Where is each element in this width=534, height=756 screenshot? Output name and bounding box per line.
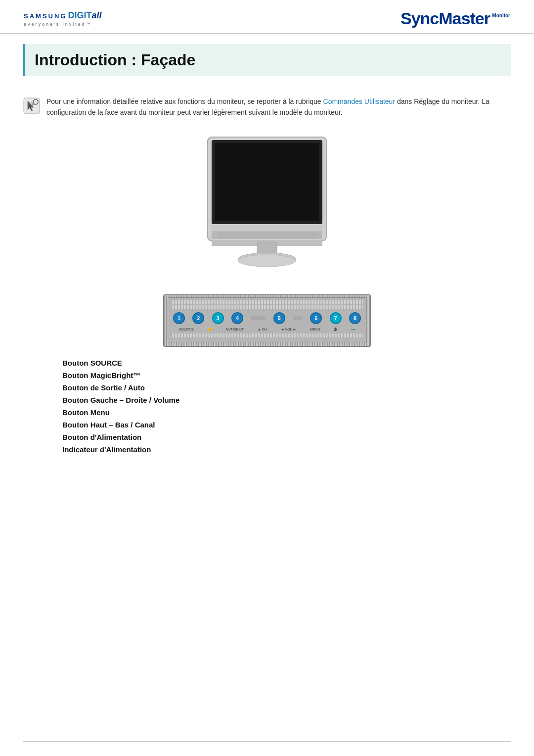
- syncmaster-text: SyncMaster: [400, 9, 490, 28]
- svg-rect-9: [212, 231, 322, 239]
- list-item-6: Bouton Haut – Bas / Canal: [62, 421, 511, 429]
- btn-5: 5: [273, 312, 285, 324]
- samsung-text: SAMSUNG: [24, 12, 67, 20]
- svg-point-17: [238, 255, 296, 267]
- btn-6: 6: [310, 312, 322, 324]
- title-section: Introduction : Façade: [23, 44, 511, 76]
- label-row: SOURCE 🌞 AUTO/EXIT ▲ CH ◄ VOL ► MENU ⏻ ━…: [171, 327, 363, 331]
- btn-8: 8: [349, 312, 361, 324]
- monitor-svg: SyncMaster: [188, 132, 346, 285]
- notice-block: ✎ Pour une information détaillée relativ…: [23, 96, 511, 118]
- label-4: ▲ CH: [258, 328, 267, 331]
- digitall-text: DIGITall: [68, 10, 101, 21]
- syncmaster-logo: SyncMaster Monitor: [400, 9, 510, 28]
- label-5: ◄ VOL ►: [281, 328, 297, 331]
- label-8: ━━: [351, 328, 355, 331]
- btn-1: 1: [173, 312, 185, 324]
- btn-2: 2: [192, 312, 204, 324]
- commandes-link[interactable]: Commandes Utilisateur: [323, 97, 396, 105]
- texture-strip-2: [171, 305, 363, 309]
- notice-icon: ✎: [23, 97, 41, 115]
- strip-spacer: [251, 316, 266, 320]
- button-group-4: 4: [231, 312, 243, 324]
- samsung-logo: SAMSUNG DIGITall everyone's invited™: [24, 10, 101, 27]
- list-item-7: Bouton d'Alimentation: [62, 433, 511, 441]
- list-item-5: Bouton Menu: [62, 408, 511, 417]
- label-6: MENU: [310, 328, 320, 331]
- svg-text:✎: ✎: [30, 101, 34, 105]
- strip-inner: 1 2 3 4: [168, 297, 366, 342]
- monitor-image-area: SyncMaster: [23, 132, 511, 285]
- texture-strip-3: [171, 333, 363, 337]
- content-area: ✎ Pour une information détaillée relativ…: [0, 76, 534, 477]
- button-group-1: 1: [173, 312, 185, 324]
- list-item-1: Bouton SOURCE: [62, 359, 511, 367]
- list-item-8: Indicateur d'Alimentation: [62, 445, 511, 454]
- svg-rect-6: [215, 143, 319, 221]
- strip-spacer-2: [293, 316, 303, 320]
- button-group-7: 7: [330, 312, 342, 324]
- button-group-3: 3: [212, 312, 224, 324]
- list-item-2: Bouton MagicBright™: [62, 371, 511, 379]
- syncmaster-sub: Monitor: [492, 13, 510, 18]
- btn-3: 3: [212, 312, 224, 324]
- notice-paragraph: Pour une information détaillée relative …: [46, 96, 511, 118]
- button-group-2: 2: [192, 312, 204, 324]
- label-1: SOURCE: [179, 328, 194, 331]
- items-list: Bouton SOURCE Bouton MagicBright™ Bouton…: [62, 359, 511, 454]
- label-3: AUTO/EXIT: [225, 328, 244, 331]
- btn-7: 7: [330, 312, 342, 324]
- button-strip: 1 2 3 4: [163, 294, 371, 347]
- list-item-4: Bouton Gauche – Droite / Volume: [62, 396, 511, 404]
- button-strip-area: 1 2 3 4: [23, 294, 511, 347]
- button-group-6: 6: [310, 312, 322, 324]
- header: SAMSUNG DIGITall everyone's invited™ Syn…: [0, 0, 534, 34]
- texture-strip-1: [171, 300, 363, 304]
- button-group-8: 8: [349, 312, 361, 324]
- page-title: Introduction : Façade: [35, 51, 501, 69]
- page-wrapper: SAMSUNG DIGITall everyone's invited™ Syn…: [0, 0, 534, 756]
- buttons-row: 1 2 3 4: [171, 311, 363, 326]
- list-item-3: Bouton de Sortie / Auto: [62, 383, 511, 392]
- btn-4: 4: [231, 312, 243, 324]
- footer-line: [23, 741, 511, 742]
- label-2: 🌞: [208, 328, 212, 331]
- label-7: ⏻: [334, 328, 337, 331]
- button-group-5: 5: [273, 312, 285, 324]
- tagline-text: everyone's invited™: [24, 22, 92, 27]
